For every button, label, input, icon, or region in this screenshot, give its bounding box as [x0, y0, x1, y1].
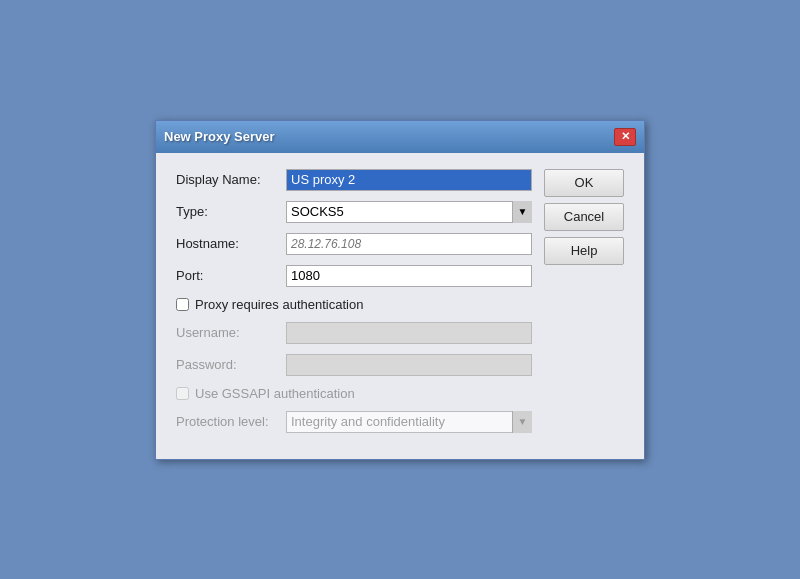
title-bar: New Proxy Server ✕: [156, 121, 644, 153]
auth-checkbox-label: Proxy requires authentication: [195, 297, 363, 312]
dialog-title: New Proxy Server: [164, 129, 275, 144]
help-button[interactable]: Help: [544, 237, 624, 265]
protection-level-select-wrapper[interactable]: Integrity and confidentiality Integrity …: [286, 411, 532, 433]
display-name-input[interactable]: [286, 169, 532, 191]
dialog: New Proxy Server ✕ Display Name: Type: S…: [155, 120, 645, 460]
auth-checkbox-row: Proxy requires authentication: [176, 297, 532, 312]
protection-level-label: Protection level:: [176, 414, 286, 429]
password-label: Password:: [176, 357, 286, 372]
password-input[interactable]: [286, 354, 532, 376]
dialog-wrapper: New Proxy Server ✕ Display Name: Type: S…: [155, 120, 645, 460]
port-row: Port:: [176, 265, 532, 287]
auth-checkbox[interactable]: [176, 298, 189, 311]
form-area: Display Name: Type: SOCKS5 SOCKS4 HTTP H…: [176, 169, 532, 443]
dialog-body: Display Name: Type: SOCKS5 SOCKS4 HTTP H…: [156, 153, 644, 459]
ok-button[interactable]: OK: [544, 169, 624, 197]
password-row: Password:: [176, 354, 532, 376]
port-input[interactable]: [286, 265, 532, 287]
username-input[interactable]: [286, 322, 532, 344]
hostname-input[interactable]: [286, 233, 532, 255]
cancel-button[interactable]: Cancel: [544, 203, 624, 231]
port-label: Port:: [176, 268, 286, 283]
type-label: Type:: [176, 204, 286, 219]
protection-level-select[interactable]: Integrity and confidentiality Integrity …: [286, 411, 532, 433]
gssapi-checkbox-row: Use GSSAPI authentication: [176, 386, 532, 401]
buttons-area: OK Cancel Help: [544, 169, 624, 443]
hostname-row: Hostname:: [176, 233, 532, 255]
gssapi-checkbox[interactable]: [176, 387, 189, 400]
gssapi-checkbox-label: Use GSSAPI authentication: [195, 386, 355, 401]
protection-level-row: Protection level: Integrity and confiden…: [176, 411, 532, 433]
display-name-label: Display Name:: [176, 172, 286, 187]
username-label: Username:: [176, 325, 286, 340]
username-row: Username:: [176, 322, 532, 344]
close-button[interactable]: ✕: [614, 128, 636, 146]
type-select[interactable]: SOCKS5 SOCKS4 HTTP HTTPS: [286, 201, 532, 223]
type-select-wrapper[interactable]: SOCKS5 SOCKS4 HTTP HTTPS ▼: [286, 201, 532, 223]
display-name-row: Display Name:: [176, 169, 532, 191]
type-row: Type: SOCKS5 SOCKS4 HTTP HTTPS ▼: [176, 201, 532, 223]
hostname-label: Hostname:: [176, 236, 286, 251]
